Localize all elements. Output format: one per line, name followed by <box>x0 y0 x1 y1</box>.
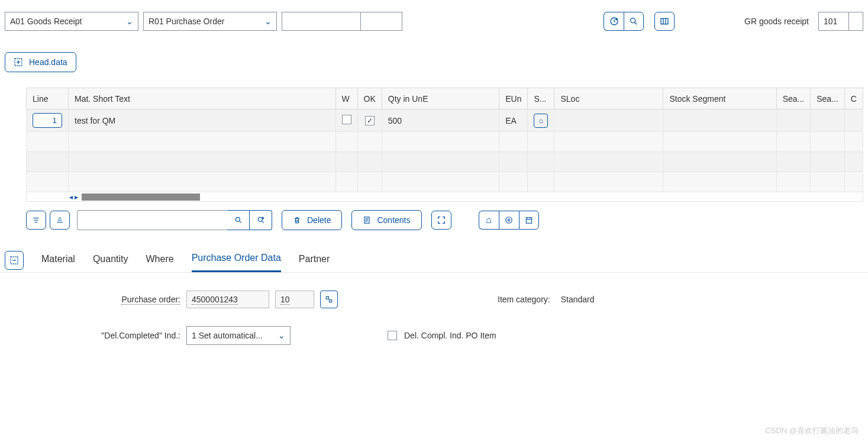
svg-rect-3 <box>661 18 668 24</box>
transaction-dropdown[interactable]: A01 Goods Receipt ⌄ <box>5 12 138 31</box>
items-table: Line Mat. Short Text W OK Qty in UnE EUn… <box>26 88 863 192</box>
table-row[interactable] <box>27 172 863 192</box>
tab-purchase-order-data[interactable]: Purchase Order Data <box>192 248 281 272</box>
delete-button[interactable]: Delete <box>282 210 342 230</box>
svg-rect-34 <box>330 300 332 302</box>
col-qty[interactable]: Qty in UnE <box>382 88 499 109</box>
home-button[interactable]: ⌂ <box>479 211 499 230</box>
chevron-down-icon: ⌄ <box>264 17 272 26</box>
document-year-input[interactable] <box>361 12 402 31</box>
purchase-order-item-field[interactable]: 10 <box>275 291 314 308</box>
qty-cell[interactable]: 500 <box>382 109 499 132</box>
delete-label: Delete <box>307 215 331 225</box>
contents-button[interactable]: Contents <box>351 210 421 230</box>
gr-label: GR goods receipt <box>744 17 809 26</box>
calendar-button[interactable] <box>519 211 539 230</box>
scroll-thumb[interactable] <box>82 193 200 201</box>
sea2-cell[interactable] <box>811 109 845 132</box>
expand-button[interactable] <box>431 211 451 230</box>
line-number-input[interactable] <box>33 113 62 128</box>
purchase-order-value-help[interactable] <box>320 291 338 308</box>
deselect-all-button[interactable] <box>50 211 70 230</box>
col-s[interactable]: S... <box>528 88 554 109</box>
svg-text:+: + <box>262 216 264 220</box>
col-c[interactable]: C <box>844 88 863 109</box>
svg-rect-27 <box>526 218 531 223</box>
item-category-value: Standard <box>561 295 595 304</box>
del-compl-po-item-checkbox[interactable] <box>388 331 397 340</box>
home-icon[interactable]: ⌂ <box>534 114 548 128</box>
table-row[interactable] <box>27 132 863 152</box>
tab-material[interactable]: Material <box>41 249 75 272</box>
tab-partner[interactable]: Partner <box>299 249 330 272</box>
svg-line-18 <box>262 221 263 222</box>
table-row[interactable] <box>27 152 863 172</box>
tab-quantity[interactable]: Quantity <box>93 249 128 272</box>
svg-line-16 <box>239 221 241 222</box>
select-all-button[interactable] <box>26 211 46 230</box>
chevron-down-icon: ⌄ <box>126 17 133 26</box>
history-button[interactable] <box>604 12 624 31</box>
expand-icon <box>14 57 23 67</box>
layout-button[interactable] <box>654 12 675 31</box>
horizontal-scrollbar[interactable]: ◂ ▸ <box>26 192 863 202</box>
ok-checkbox[interactable] <box>365 116 375 125</box>
c-cell[interactable] <box>844 109 863 132</box>
col-stock-segment[interactable]: Stock Segment <box>663 88 776 109</box>
tab-collapse-button[interactable] <box>5 251 24 270</box>
svg-line-2 <box>635 22 637 25</box>
col-eun[interactable]: EUn <box>499 88 528 109</box>
col-sloc[interactable]: SLoc <box>554 88 663 109</box>
movement-type-input[interactable]: 101 <box>818 12 849 31</box>
table-row[interactable]: test for QM 500 EA ⌂ <box>27 109 863 132</box>
col-sea1[interactable]: Sea... <box>776 88 811 109</box>
reference-dropdown[interactable]: R01 Purchase Order ⌄ <box>143 12 277 31</box>
scroll-arrows[interactable]: ◂ ▸ <box>66 193 82 201</box>
svg-point-15 <box>235 217 240 221</box>
trash-icon <box>293 216 301 224</box>
document-icon <box>363 216 371 224</box>
col-line[interactable]: Line <box>27 88 69 109</box>
head-data-label: Head.data <box>29 57 67 67</box>
col-w[interactable]: W <box>335 88 357 109</box>
eun-cell[interactable]: EA <box>499 109 528 132</box>
item-category-label: Item category: <box>498 295 550 304</box>
del-completed-label: "Del.Completed" Ind.: <box>36 331 180 340</box>
find-button[interactable] <box>227 210 250 230</box>
table-header-row: Line Mat. Short Text W OK Qty in UnE EUn… <box>27 88 863 109</box>
purchase-order-label: Purchase order: <box>36 295 180 304</box>
find-next-button[interactable]: + <box>250 210 272 230</box>
filter-input[interactable] <box>77 210 227 230</box>
del-compl-po-item-label: Del. Compl. Ind. PO Item <box>404 331 496 340</box>
svg-point-1 <box>631 18 635 23</box>
head-data-button[interactable]: Head.data <box>5 52 76 72</box>
transaction-dropdown-label: A01 Goods Receipt <box>10 17 82 26</box>
reference-dropdown-label: R01 Purchase Order <box>149 17 224 26</box>
svg-rect-33 <box>326 296 328 299</box>
contents-label: Contents <box>377 215 410 225</box>
mat-short-text-cell[interactable]: test for QM <box>69 109 336 132</box>
add-button[interactable] <box>499 211 519 230</box>
search-button[interactable] <box>624 12 644 31</box>
purchase-order-number-field[interactable]: 4500001243 <box>186 291 269 308</box>
del-completed-value: 1 Set automatical... <box>192 331 263 340</box>
stock-segment-cell[interactable] <box>663 109 776 132</box>
sea1-cell[interactable] <box>776 109 811 132</box>
tab-where[interactable]: Where <box>146 249 174 272</box>
del-completed-dropdown[interactable]: 1 Set automatical... ⌄ <box>186 326 291 345</box>
col-sea2[interactable]: Sea... <box>811 88 845 109</box>
sloc-cell[interactable] <box>554 109 663 132</box>
chevron-down-icon: ⌄ <box>278 331 285 340</box>
col-ok[interactable]: OK <box>357 88 382 109</box>
w-checkbox[interactable] <box>342 115 351 124</box>
document-number-input[interactable] <box>282 12 361 31</box>
movement-type-helper[interactable] <box>849 12 863 31</box>
col-mat-text[interactable]: Mat. Short Text <box>69 88 336 109</box>
